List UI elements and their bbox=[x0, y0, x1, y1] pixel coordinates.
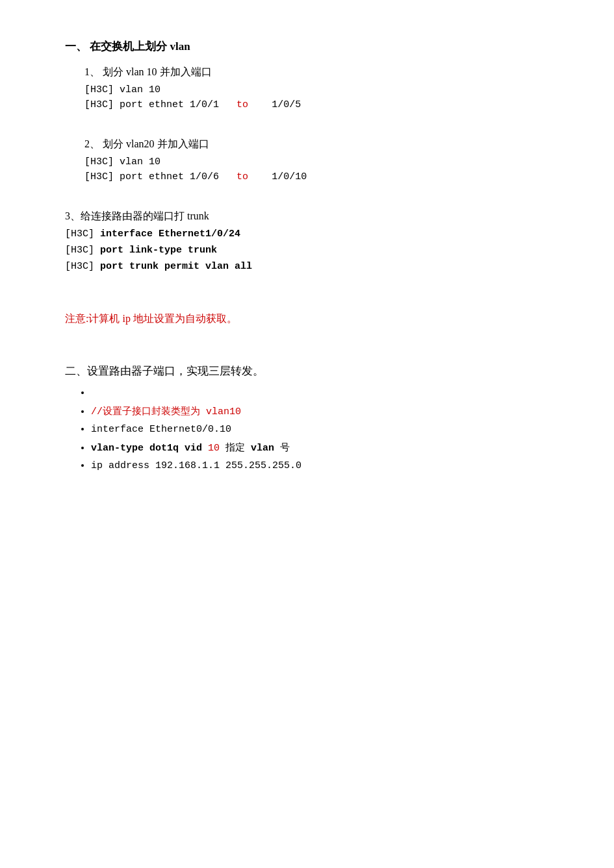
bullet-item-3: vlan-type dot1q vid 10 指定 vlan 号 bbox=[91, 441, 562, 454]
subsection1-title: 1、 划分 vlan 10 并加入端口 bbox=[84, 66, 562, 79]
subsection1: 1、 划分 vlan 10 并加入端口 [H3C] vlan 10 [H3C] … bbox=[84, 66, 562, 110]
sub3-cmd1-bracket: [H3C] bbox=[65, 229, 94, 240]
sub3-cmd3-bracket: [H3C] bbox=[65, 261, 94, 272]
sub3-cmd3: [H3C] port trunk permit vlan all bbox=[65, 261, 562, 272]
sub1-cmd1: [H3C] vlan 10 bbox=[84, 84, 562, 95]
bullet-3-normal2: 号 bbox=[274, 443, 290, 454]
sub3-cmd1: [H3C] interface Ethernet1/0/24 bbox=[65, 229, 562, 240]
note-line: 注意:计算机 ip 地址设置为自动获取。 bbox=[65, 312, 562, 326]
bullet-item-0 bbox=[91, 388, 562, 399]
subsection3: 3、给连接路由器的端口打 trunk [H3C] interface Ether… bbox=[65, 210, 562, 272]
bullet-3-normal1: 指定 bbox=[220, 443, 251, 454]
bullet-1-text: //设置子接口封装类型为 vlan10 bbox=[91, 406, 241, 417]
sub3-cmd2-text: port link-type trunk bbox=[100, 245, 217, 256]
sub3-cmd3-text: port trunk permit vlan all bbox=[100, 261, 252, 272]
subsection3-title: 3、给连接路由器的端口打 trunk bbox=[65, 210, 562, 223]
subsection2-title: 2、 划分 vlan20 并加入端口 bbox=[84, 138, 562, 151]
sub3-cmd2-bracket: [H3C] bbox=[65, 245, 94, 256]
bullet-4-text: ip address 192.168.1.1 255.255.255.0 bbox=[91, 460, 301, 471]
sub3-cmd1-text: interface Ethernet1/0/24 bbox=[100, 229, 240, 240]
section1-header: 一、 在交换机上划分 vlan bbox=[65, 39, 562, 54]
sub3-cmd2: [H3C] port link-type trunk bbox=[65, 245, 562, 256]
section2-header: 二、设置路由器子端口，实现三层转发。 bbox=[65, 364, 562, 378]
bullet-list: //设置子接口封装类型为 vlan10 interface Ethernet0/… bbox=[91, 388, 562, 471]
sub2-cmd2: [H3C] port ethnet 1/0/6 to 1/0/10 bbox=[84, 171, 562, 182]
to-keyword-2: to bbox=[225, 171, 248, 182]
to-keyword-1: to bbox=[225, 99, 248, 110]
bullet-2-text: interface Ethernet0/0.10 bbox=[91, 424, 231, 435]
subsection2: 2、 划分 vlan20 并加入端口 [H3C] vlan 10 [H3C] p… bbox=[84, 138, 562, 182]
bullet-3-red: 10 bbox=[208, 443, 220, 454]
bullet-item-4: ip address 192.168.1.1 255.255.255.0 bbox=[91, 460, 562, 471]
sub2-cmd1: [H3C] vlan 10 bbox=[84, 156, 562, 167]
bullet-item-2: interface Ethernet0/0.10 bbox=[91, 424, 562, 435]
bullet-item-1: //设置子接口封装类型为 vlan10 bbox=[91, 405, 562, 417]
bullet-3-bold2: vlan bbox=[251, 443, 274, 454]
sub1-cmd2: [H3C] port ethnet 1/0/1 to 1/0/5 bbox=[84, 99, 562, 110]
bullet-3-bold1: vlan-type dot1q vid bbox=[91, 443, 208, 454]
